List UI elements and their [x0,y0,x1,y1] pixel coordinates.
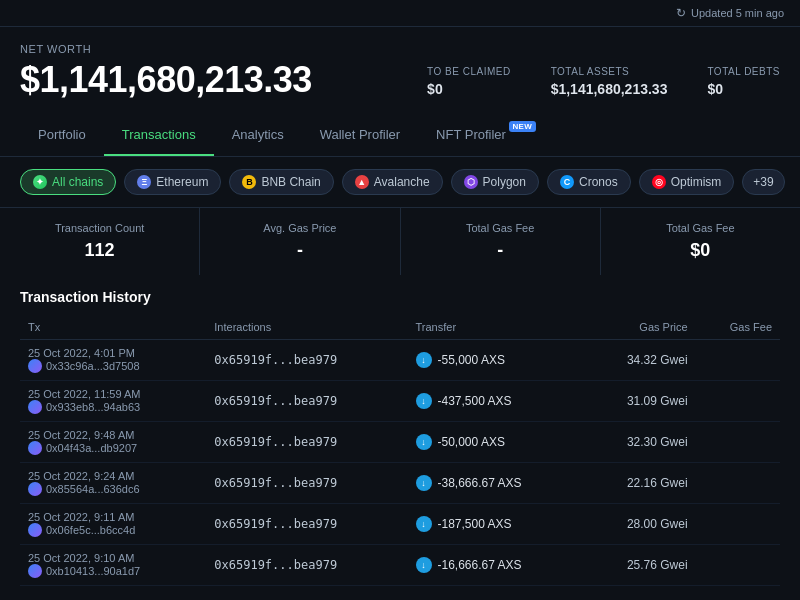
tx-hash-2: 0x04f43a...db9207 [28,441,198,455]
gas-fee-cell-5 [696,545,780,586]
col-transfer: Transfer [408,315,585,340]
chain-ethereum[interactable]: Ξ Ethereum [124,169,221,195]
tx-addr-icon-0 [28,359,42,373]
interaction-cell-4: 0x65919f...bea979 [206,504,407,545]
tx-cell-3: 25 Oct 2022, 9:24 AM 0x85564a...636dc6 [20,463,206,504]
interaction-text-5: 0x65919f...bea979 [214,558,337,572]
tab-transactions[interactable]: Transactions [104,115,214,156]
to-be-claimed-value: $0 [427,81,511,97]
tx-table: Tx Interactions Transfer Gas Price Gas F… [20,315,780,586]
total-assets-value: $1,141,680,213.33 [551,81,668,97]
tab-wallet-profiler[interactable]: Wallet Profiler [302,115,418,156]
interaction-text-4: 0x65919f...bea979 [214,517,337,531]
tx-addr-icon-2 [28,441,42,455]
chain-dot-all: ✦ [33,175,47,189]
interaction-text-1: 0x65919f...bea979 [214,394,337,408]
chain-label-poly: Polygon [483,175,526,189]
interaction-text-2: 0x65919f...bea979 [214,435,337,449]
chain-cronos[interactable]: C Cronos [547,169,631,195]
chain-label-all: All chains [52,175,103,189]
transfer-amount-2: -50,000 AXS [438,435,505,449]
transfer-icon-1: ↓ [416,393,432,409]
stats-total-gas-label: Total Gas Fee [421,222,580,234]
interaction-text-3: 0x65919f...bea979 [214,476,337,490]
table-row[interactable]: 25 Oct 2022, 9:48 AM 0x04f43a...db9207 0… [20,422,780,463]
tx-hash-1: 0x933eb8...94ab63 [28,400,198,414]
gas-fee-cell-2 [696,422,780,463]
stats-tx-count-label: Transaction Count [20,222,179,234]
chain-dot-poly: ⬡ [464,175,478,189]
tx-cell-2: 25 Oct 2022, 9:48 AM 0x04f43a...db9207 [20,422,206,463]
interaction-cell-5: 0x65919f...bea979 [206,545,407,586]
col-tx: Tx [20,315,206,340]
net-worth-label: NET WORTH [20,43,312,55]
tab-nft-profiler[interactable]: NFT Profiler NEW [418,115,540,156]
chain-dot-op: ◎ [652,175,666,189]
table-row[interactable]: 25 Oct 2022, 9:24 AM 0x85564a...636dc6 0… [20,463,780,504]
stats-total-gas-value: - [421,240,580,261]
stat-total-debts: TOTAL DEBTS $0 [707,66,780,97]
tab-analytics[interactable]: Analytics [214,115,302,156]
gas-fee-cell-3 [696,463,780,504]
interaction-cell-2: 0x65919f...bea979 [206,422,407,463]
table-row[interactable]: 25 Oct 2022, 11:59 AM 0x933eb8...94ab63 … [20,381,780,422]
gas-fee-cell-4 [696,504,780,545]
transfer-icon-0: ↓ [416,352,432,368]
chain-avalanche[interactable]: ▲ Avalanche [342,169,443,195]
chain-filters: ✦ All chains Ξ Ethereum B BNB Chain ▲ Av… [0,157,800,207]
stat-to-be-claimed: TO BE CLAIMED $0 [427,66,511,97]
table-row[interactable]: 25 Oct 2022, 4:01 PM 0x33c96a...3d7508 0… [20,340,780,381]
tx-date-3: 25 Oct 2022, 9:24 AM [28,470,198,482]
chain-polygon[interactable]: ⬡ Polygon [451,169,539,195]
tab-portfolio[interactable]: Portfolio [20,115,104,156]
chain-label-eth: Ethereum [156,175,208,189]
transfer-amount-5: -16,666.67 AXS [438,558,522,572]
transfer-amount-0: -55,000 AXS [438,353,505,367]
interaction-text-0: 0x65919f...bea979 [214,353,337,367]
tx-addr-icon-1 [28,400,42,414]
chain-dot-eth: Ξ [137,175,151,189]
net-worth-left: NET WORTH $1,141,680,213.33 [20,43,312,101]
stats-total-gas-value-2: $0 [621,240,780,261]
total-assets-label: TOTAL ASSETS [551,66,668,77]
col-interactions: Interactions [206,315,407,340]
gas-price-cell-1: 31.09 Gwei [584,381,695,422]
chain-optimism[interactable]: ◎ Optimism [639,169,735,195]
update-label: Updated 5 min ago [691,7,784,19]
col-gas-price: Gas Price [584,315,695,340]
stats-avg-gas-label: Avg. Gas Price [220,222,379,234]
tx-history: Transaction History Tx Interactions Tran… [0,275,800,586]
chain-dot-avax: ▲ [355,175,369,189]
chain-more-button[interactable]: +39 [742,169,784,195]
transfer-cell-3: ↓ -38,666.67 AXS [408,463,585,504]
stats-card-tx-count: Transaction Count 112 [0,208,199,275]
stats-tx-count-value: 112 [20,240,179,261]
chain-dot-cro: C [560,175,574,189]
net-worth-stats: TO BE CLAIMED $0 TOTAL ASSETS $1,141,680… [427,66,780,101]
table-row[interactable]: 25 Oct 2022, 9:10 AM 0xb10413...90a1d7 0… [20,545,780,586]
tx-hash-3: 0x85564a...636dc6 [28,482,198,496]
table-row[interactable]: 25 Oct 2022, 9:11 AM 0x06fe5c...b6cc4d 0… [20,504,780,545]
stats-card-avg-gas: Avg. Gas Price - [200,208,399,275]
chain-label-cro: Cronos [579,175,618,189]
total-debts-value: $0 [707,81,780,97]
tx-addr-icon-5 [28,564,42,578]
transfer-amount-3: -38,666.67 AXS [438,476,522,490]
gas-price-cell-3: 22.16 Gwei [584,463,695,504]
transfer-cell-1: ↓ -437,500 AXS [408,381,585,422]
stats-card-total-gas-fee-2: Total Gas Fee $0 [601,208,800,275]
interaction-cell-0: 0x65919f...bea979 [206,340,407,381]
tx-cell-4: 25 Oct 2022, 9:11 AM 0x06fe5c...b6cc4d [20,504,206,545]
nav-tabs: Portfolio Transactions Analytics Wallet … [0,115,800,157]
tx-date-4: 25 Oct 2022, 9:11 AM [28,511,198,523]
tx-date-5: 25 Oct 2022, 9:10 AM [28,552,198,564]
tx-date-0: 25 Oct 2022, 4:01 PM [28,347,198,359]
tx-addr-icon-3 [28,482,42,496]
tx-cell-5: 25 Oct 2022, 9:10 AM 0xb10413...90a1d7 [20,545,206,586]
tx-addr-icon-4 [28,523,42,537]
stat-total-assets: TOTAL ASSETS $1,141,680,213.33 [551,66,668,97]
top-bar: ↻ Updated 5 min ago [0,0,800,27]
chain-all-chains[interactable]: ✦ All chains [20,169,116,195]
transfer-cell-5: ↓ -16,666.67 AXS [408,545,585,586]
chain-bnb[interactable]: B BNB Chain [229,169,333,195]
